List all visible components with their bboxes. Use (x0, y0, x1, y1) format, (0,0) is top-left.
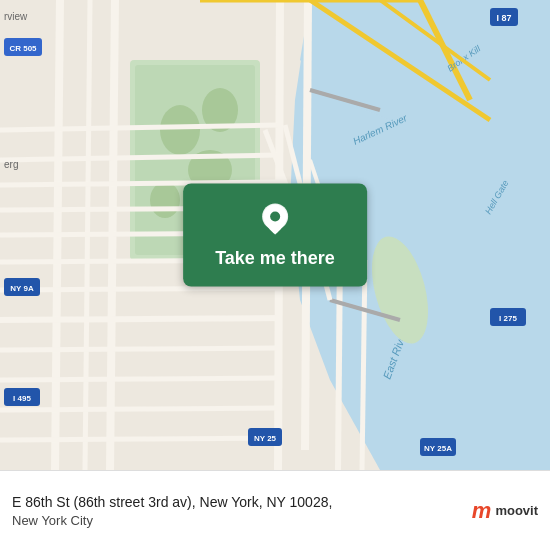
take-me-there-button[interactable]: Take me there (183, 184, 367, 287)
svg-text:CR 505: CR 505 (9, 44, 37, 53)
svg-line-23 (0, 288, 280, 290)
svg-line-25 (0, 348, 280, 350)
svg-point-8 (150, 182, 180, 218)
moovit-m-letter: m (472, 498, 492, 524)
svg-line-26 (0, 378, 280, 380)
svg-text:I 87: I 87 (496, 13, 511, 23)
moovit-logo: m moovit (472, 498, 538, 524)
svg-point-5 (160, 105, 200, 155)
address-block: E 86th St (86th street 3rd av), New York… (12, 493, 462, 528)
svg-text:rview: rview (4, 11, 28, 22)
bottom-bar: E 86th St (86th street 3rd av), New York… (0, 470, 550, 550)
moovit-wordmark: moovit (495, 503, 538, 518)
svg-line-27 (0, 408, 280, 410)
svg-line-16 (362, 260, 365, 470)
svg-text:I 275: I 275 (499, 314, 517, 323)
address-line2: New York City (12, 513, 462, 528)
svg-text:I 495: I 495 (13, 394, 31, 403)
svg-text:erg: erg (4, 159, 18, 170)
map-container: I 87 CR 505 NY 9A I 495 NY 25 NY 25A I 2… (0, 0, 550, 470)
svg-line-28 (0, 438, 280, 440)
cta-label: Take me there (215, 248, 335, 269)
svg-text:NY 25: NY 25 (254, 434, 277, 443)
location-pin-icon (257, 202, 293, 238)
address-line1: E 86th St (86th street 3rd av), New York… (12, 493, 462, 513)
svg-text:NY 25A: NY 25A (424, 444, 452, 453)
svg-text:NY 9A: NY 9A (10, 284, 34, 293)
svg-point-60 (270, 212, 280, 222)
svg-line-24 (0, 318, 280, 320)
